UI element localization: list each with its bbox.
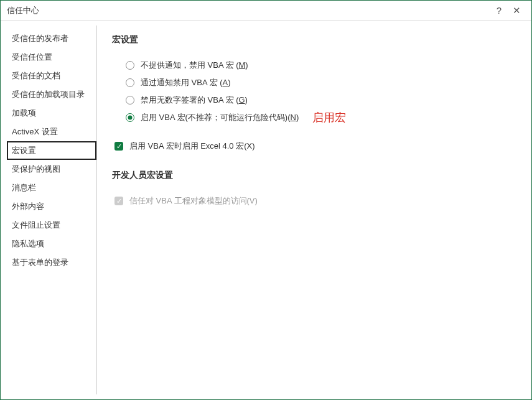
sidebar-item-privacy[interactable]: 隐私选项: [7, 235, 96, 253]
window-title: 信任中心: [7, 5, 490, 16]
radio-label: 启用 VBA 宏(不推荐；可能运行危险代码)(N): [141, 112, 299, 123]
radio-icon: [126, 113, 134, 122]
sidebar-item-activex[interactable]: ActiveX 设置: [7, 123, 96, 141]
radio-icon: [126, 61, 134, 70]
sidebar-item-addins[interactable]: 加载项: [7, 104, 96, 123]
sidebar-item-trusted-addins[interactable]: 受信任的加载项目录: [7, 85, 96, 104]
sidebar-item-trusted-locations[interactable]: 受信任位置: [7, 48, 96, 67]
sidebar-item-external-content[interactable]: 外部内容: [7, 197, 96, 216]
sidebar-item-trusted-documents[interactable]: 受信任的文档: [7, 67, 96, 85]
checkbox-icon: ✓: [114, 197, 123, 205]
titlebar: 信任中心 ? ✕: [1, 1, 531, 21]
radio-label: 不提供通知，禁用 VBA 宏 (M): [141, 60, 248, 71]
dev-section-title: 开发人员宏设置: [112, 170, 516, 181]
radio-icon: [126, 96, 134, 105]
radio-label: 通过通知禁用 VBA 宏 (A): [141, 77, 230, 88]
sidebar-item-trusted-publishers[interactable]: 受信任的发布者: [7, 29, 96, 48]
checkbox-trust-vba: ✓ 信任对 VBA 工程对象模型的访问(V): [114, 192, 516, 210]
macro-section-title: 宏设置: [112, 34, 516, 45]
sidebar-item-protected-view[interactable]: 受保护的视图: [7, 160, 96, 179]
radio-enable-all[interactable]: 启用 VBA 宏(不推荐；可能运行危险代码)(N): [126, 109, 299, 126]
radio-disable-no-notify[interactable]: 不提供通知，禁用 VBA 宏 (M): [126, 57, 516, 74]
radio-icon: [126, 78, 134, 87]
sidebar-item-message-bar[interactable]: 消息栏: [7, 179, 96, 197]
help-button[interactable]: ?: [490, 5, 508, 16]
content-panel: 宏设置 不提供通知，禁用 VBA 宏 (M) 通过通知禁用 VBA 宏 (A) …: [97, 21, 531, 399]
radio-disable-unsigned[interactable]: 禁用无数字签署的 VBA 宏 (G): [126, 91, 516, 109]
radio-disable-with-notify[interactable]: 通过通知禁用 VBA 宏 (A): [126, 74, 516, 91]
annotation-enable-macro: 启用宏: [312, 110, 346, 125]
sidebar: 受信任的发布者 受信任位置 受信任的文档 受信任的加载项目录 加载项 Activ…: [7, 26, 97, 394]
close-button[interactable]: ✕: [508, 5, 525, 16]
sidebar-item-form-login[interactable]: 基于表单的登录: [7, 253, 96, 272]
checkbox-label: 启用 VBA 宏时启用 Excel 4.0 宏(X): [129, 141, 255, 152]
main-area: 受信任的发布者 受信任位置 受信任的文档 受信任的加载项目录 加载项 Activ…: [1, 21, 531, 399]
radio-label: 禁用无数字签署的 VBA 宏 (G): [141, 95, 248, 106]
checkbox-icon: ✓: [114, 142, 123, 151]
checkbox-label: 信任对 VBA 工程对象模型的访问(V): [129, 195, 258, 207]
sidebar-item-macro-settings[interactable]: 宏设置: [7, 141, 96, 160]
checkbox-excel4[interactable]: ✓ 启用 VBA 宏时启用 Excel 4.0 宏(X): [114, 137, 516, 155]
macro-radio-group: 不提供通知，禁用 VBA 宏 (M) 通过通知禁用 VBA 宏 (A) 禁用无数…: [126, 57, 516, 126]
sidebar-item-file-block[interactable]: 文件阻止设置: [7, 216, 96, 235]
